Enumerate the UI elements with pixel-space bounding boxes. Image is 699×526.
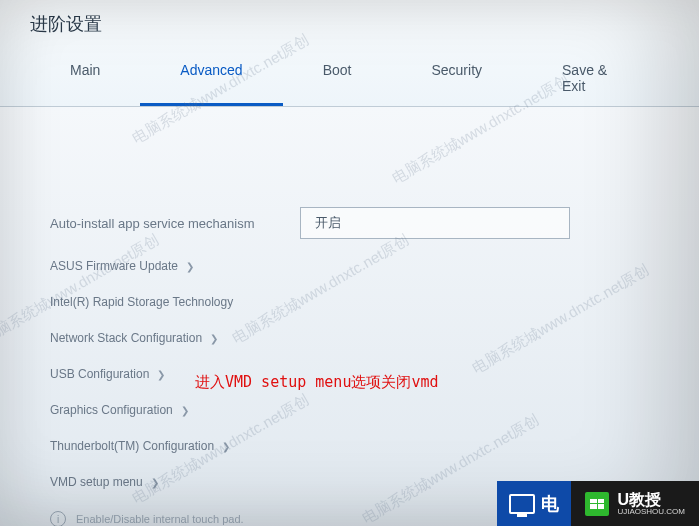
setting-auto-install[interactable]: Auto-install app service mechanism 开启 xyxy=(50,207,649,239)
menu-label: VMD setup menu xyxy=(50,475,143,489)
menu-intel-rst[interactable]: Intel(R) Rapid Storage Technology xyxy=(50,295,649,309)
menu-label: ASUS Firmware Update xyxy=(50,259,178,273)
chevron-right-icon: ❯ xyxy=(181,405,189,416)
tab-boot[interactable]: Boot xyxy=(283,54,392,106)
chevron-right-icon: ❯ xyxy=(186,261,194,272)
menu-label: Intel(R) Rapid Storage Technology xyxy=(50,295,233,309)
page-title: 进阶设置 xyxy=(30,12,669,36)
menu-network-stack[interactable]: Network Stack Configuration ❯ xyxy=(50,331,649,345)
content-panel: Auto-install app service mechanism 开启 AS… xyxy=(0,107,699,526)
logo-brand1-text: 电 xyxy=(541,492,559,516)
menu-label: USB Configuration xyxy=(50,367,149,381)
monitor-icon xyxy=(509,494,535,514)
menu-thunderbolt-config[interactable]: Thunderbolt(TM) Configuration ❯ xyxy=(50,439,649,453)
tabs-bar: Main Advanced Boot Security Save & Exit xyxy=(30,54,669,106)
setting-label: Auto-install app service mechanism xyxy=(50,216,300,231)
setting-value[interactable]: 开启 xyxy=(300,207,570,239)
menu-asus-firmware[interactable]: ASUS Firmware Update ❯ xyxy=(50,259,649,273)
chevron-right-icon: ❯ xyxy=(210,333,218,344)
chevron-right-icon: ❯ xyxy=(157,369,165,380)
logo-brand2-sub: UJIAOSHOU.COM xyxy=(617,508,685,516)
logo-brand2: U教授 UJIAOSHOU.COM xyxy=(571,481,699,526)
menu-label: Graphics Configuration xyxy=(50,403,173,417)
chevron-right-icon: ❯ xyxy=(151,477,159,488)
chevron-right-icon: ❯ xyxy=(222,441,230,452)
logo-brand1: 电 xyxy=(497,481,571,526)
tab-security[interactable]: Security xyxy=(391,54,522,106)
hint-text: Enable/Disable internal touch pad. xyxy=(76,513,244,525)
tab-save-exit[interactable]: Save & Exit xyxy=(522,54,669,106)
windows-icon xyxy=(585,492,609,516)
menu-label: Network Stack Configuration xyxy=(50,331,202,345)
bios-header: 进阶设置 Main Advanced Boot Security Save & … xyxy=(0,0,699,107)
logo-strip: 电 U教授 UJIAOSHOU.COM xyxy=(497,481,699,526)
menu-graphics-config[interactable]: Graphics Configuration ❯ xyxy=(50,403,649,417)
logo-brand2-main: U教授 xyxy=(617,492,685,508)
annotation-text: 进入VMD setup menu选项关闭vmd xyxy=(195,373,439,392)
info-icon: i xyxy=(50,511,66,526)
menu-label: Thunderbolt(TM) Configuration xyxy=(50,439,214,453)
tab-advanced[interactable]: Advanced xyxy=(140,54,282,106)
tab-main[interactable]: Main xyxy=(30,54,140,106)
